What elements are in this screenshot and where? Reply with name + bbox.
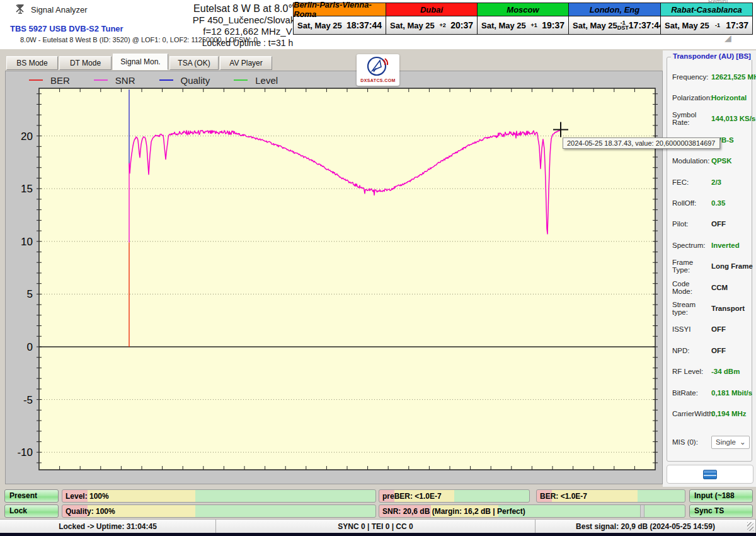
transponder-label: Code Mode: [672, 280, 711, 295]
signal-bar: preBER: <1.0E-7 [379, 489, 530, 503]
svg-text:20: 20 [21, 131, 33, 143]
transponder-row: Modulation:QPSK [667, 151, 752, 172]
status-pill-sync-ts: Sync TS [689, 504, 753, 518]
transponder-row: Code Mode:CCM [667, 277, 752, 298]
status-pill-lock: Lock [4, 504, 59, 518]
transponder-value: Transport [711, 305, 745, 312]
clock-time: 20:37 [450, 20, 477, 30]
svg-text:15: 15 [21, 183, 33, 195]
transponder-label: Frequency: [672, 73, 711, 81]
clock-london-eng: London, EngSat, May 25-1DST17:37:44 [568, 3, 661, 35]
satellite-dish-icon [15, 4, 26, 16]
clock-rabat-casablanca: Rabat-CasablancaSat, May 25-117:37 [660, 3, 753, 35]
transponder-value: 2/3 [711, 178, 721, 186]
transponder-label: Symbol Rate: [672, 111, 711, 126]
transponder-label: Modulation: [672, 157, 711, 165]
signal-bar-label: SNR: 20,6 dB (Margin: 16,2 dB | Perfect) [382, 505, 525, 518]
transponder-value: 144,013 KS/s [711, 115, 755, 122]
transponder-label: RollOff: [672, 199, 711, 207]
legend-item-snr: SNR [94, 75, 135, 86]
statusbar-resize-grip[interactable] [747, 522, 753, 531]
tab-tsa-ok-[interactable]: TSA (OK) [169, 56, 219, 70]
status-pill-input-kbps-: Input (~188 Kbps) [689, 489, 753, 503]
transponder-sidebar: Transponder (AU) [BS] Frequency:12621,52… [663, 50, 756, 487]
tuner-title: TBS 5927 USB DVB-S2 Tuner [10, 24, 123, 33]
transponder-label: Pilot: [672, 220, 711, 228]
transponder-row: RollOff:0.35 [667, 192, 752, 213]
sidebar-tool-button[interactable] [667, 465, 753, 484]
transponder-row: BitRate:0,181 Mbit/s [667, 382, 752, 403]
bottom-dark-strip [0, 533, 756, 536]
transponder-value: CCM [711, 284, 728, 291]
legend-swatch [29, 79, 43, 81]
clock-moscow: MoscowSat, May 25+119:37 [477, 3, 569, 35]
transponder-label: Polarization: [672, 94, 711, 102]
transponder-row: CarrierWidth:0,194 MHz [667, 403, 752, 424]
transponder-label: Stream type: [672, 301, 711, 316]
svg-text:0: 0 [27, 341, 33, 353]
transponder-row: ISSYIOFF [667, 319, 752, 340]
clock-city-label: Moscow [478, 3, 568, 16]
dxsatcs-logo: DXSATCS.COM [357, 54, 399, 86]
signal-bar-label: BER: <1.0E-7 [540, 490, 587, 503]
legend-label: SNR [115, 75, 135, 86]
status-pill-present: Present [4, 489, 59, 503]
clock-date: Sat, May 25 [478, 21, 526, 30]
signal-bar-label: Quality: 100% [66, 505, 115, 518]
transponder-value: 0,181 Mbit/s [711, 389, 752, 397]
app-title: Signal Analyzer [15, 4, 88, 16]
mis-dropdown[interactable]: Single⌄ [711, 436, 750, 449]
transponder-value: 12621,525 MHz [711, 73, 756, 81]
clock-time: 17:37 [726, 20, 752, 30]
transponder-row: Frame Type:Long Frame [667, 256, 752, 277]
clock-date: Sat, May 25 [661, 21, 709, 30]
transponder-value: Long Frame [711, 262, 753, 270]
status-bar: Locked -> Uptime: 31:04:45SYNC 0 | TEI 0… [0, 519, 756, 533]
transponder-label: Frame Type: [672, 259, 711, 274]
chart-legend: BERSNRQualityLevel [5, 72, 278, 88]
transponder-row: Pilot:OFF [667, 214, 752, 235]
statusbar-section: SYNC 0 | TEI 0 | CC 0 [216, 520, 536, 533]
transponder-label: Spectrum: [672, 242, 711, 249]
legend-label: Quality [181, 75, 210, 86]
clock-time: 19:37 [542, 20, 568, 30]
signal-bar-label: Level: 100% [66, 490, 109, 503]
clock-city-label: Rabat-Casablanca [661, 3, 752, 16]
clock-utc-offset: +2 [435, 23, 450, 28]
signal-bar: Level: 100% [62, 489, 376, 503]
transponder-value: Inverted [711, 242, 740, 249]
transponder-groupbox: Transponder (AU) [BS] Frequency:12621,52… [667, 57, 752, 462]
transponder-value: OFF [711, 347, 726, 354]
transponder-row: RF Level:-34 dBm [667, 361, 752, 382]
server-stripes-icon [703, 470, 717, 479]
svg-text:10: 10 [21, 236, 33, 248]
clock-utc-offset: -1DST [617, 20, 629, 30]
legend-label: BER [50, 75, 70, 86]
transponder-value: Horizontal [711, 94, 747, 102]
mis-label: MIS (0): [672, 438, 711, 446]
clock-berlin-paris-vienna-roma: Berlin-Paris-Vienna-RomaSat, May 2518:37… [293, 3, 386, 35]
mode-tabs: BS ModeDT ModeSignal Mon.TSA (OK)AV Play… [6, 54, 273, 70]
legend-item-level: Level [234, 75, 278, 86]
signal-bar: BER: <1.0E-7 [536, 489, 685, 503]
tab-signal-mon-[interactable]: Signal Mon. [113, 54, 168, 70]
transponder-value: QPSK [711, 157, 732, 165]
transponder-groupbox-title: Transponder (AU) [BS] [671, 52, 753, 60]
clock-date: Sat, May 25 [569, 21, 617, 30]
legend-swatch [159, 79, 173, 81]
tab-dt-mode[interactable]: DT Mode [59, 56, 112, 70]
logo-text: DXSATCS.COM [357, 78, 399, 83]
clock-dubai: DubaiSat, May 25+220:37 [386, 3, 478, 35]
tab-av-player[interactable]: AV Player [220, 56, 272, 70]
transponder-label: BitRate: [672, 389, 711, 397]
transponder-label: NPD: [672, 347, 711, 354]
svg-text:-10: -10 [17, 446, 33, 458]
transponder-label: RF Level: [672, 368, 711, 375]
tab-bs-mode[interactable]: BS Mode [6, 56, 58, 70]
legend-item-quality: Quality [159, 75, 210, 86]
clock-utc-offset: +1 [526, 23, 542, 28]
chevron-down-icon: ⌄ [736, 438, 749, 446]
transponder-value: OFF [711, 220, 726, 228]
clock-date: Sat, May 25 [294, 21, 342, 30]
legend-swatch [94, 79, 108, 81]
